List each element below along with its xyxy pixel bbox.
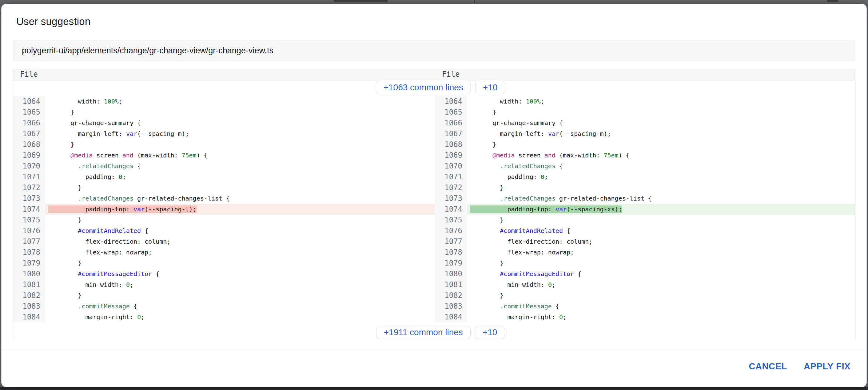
diff-row: 1069 @media screen and (max-width: 75em)…: [13, 150, 855, 161]
line-number-left[interactable]: 1080: [13, 269, 45, 279]
line-number-right[interactable]: 1072: [435, 183, 467, 193]
code-line: .commitMessage {: [45, 301, 435, 312]
line-number-right[interactable]: 1068: [435, 139, 467, 150]
line-number-right[interactable]: 1066: [435, 118, 467, 129]
line-number-right[interactable]: 1079: [435, 258, 467, 269]
diff-row: 1076 #commitAndRelated {1076 #commitAndR…: [13, 225, 855, 236]
line-number-left[interactable]: 1076: [13, 225, 45, 236]
code-line: min-width: 0;: [467, 279, 855, 290]
line-number-right[interactable]: 1070: [435, 161, 467, 172]
cancel-button[interactable]: CANCEL: [747, 358, 788, 374]
line-number-left[interactable]: 1081: [13, 279, 45, 290]
code-line: .commitMessage {: [467, 301, 855, 312]
code-line: #commitMessageEditor {: [45, 269, 435, 279]
line-number-left[interactable]: 1078: [13, 247, 45, 258]
expand-plus10-button-bottom[interactable]: +10: [475, 326, 505, 339]
line-number-left[interactable]: 1082: [13, 290, 45, 301]
diff-row: 1077 flex-direction: column;1077 flex-di…: [13, 236, 855, 247]
line-number-right[interactable]: 1073: [435, 193, 467, 204]
code-line: gr-change-summary {: [467, 118, 855, 129]
code-line: }: [45, 139, 435, 150]
diff-header-file-left: File: [20, 70, 38, 79]
code-line: margin-left: var(--spacing-m);: [45, 129, 435, 139]
line-number-left[interactable]: 1069: [13, 150, 45, 161]
line-number-left[interactable]: 1084: [13, 312, 45, 323]
code-line: gr-change-summary {: [45, 118, 435, 129]
code-line: }: [45, 290, 435, 301]
diff-row: 1073 .relatedChanges gr-related-changes-…: [13, 193, 855, 204]
diff-row: 1083 .commitMessage {1083 .commitMessage…: [13, 301, 855, 312]
line-number-left[interactable]: 1071: [13, 172, 45, 183]
line-number-right[interactable]: 1075: [435, 215, 467, 225]
added-code-line: padding-top: var(--spacing-xs);: [467, 204, 855, 215]
line-number-right[interactable]: 1082: [435, 290, 467, 301]
code-line: margin-right: 0;: [467, 312, 855, 323]
diff-rows: 1064 width: 100%;1064 width: 100%;1065 }…: [13, 96, 855, 323]
code-line: }: [467, 258, 855, 269]
line-number-left[interactable]: 1073: [13, 193, 45, 204]
expand-plus10-button-top[interactable]: +10: [475, 81, 505, 94]
line-number-left[interactable]: 1083: [13, 301, 45, 312]
code-line: }: [467, 215, 855, 225]
line-number-right[interactable]: 1081: [435, 279, 467, 290]
code-line: }: [45, 215, 435, 225]
code-line: }: [467, 107, 855, 118]
diff-row: 1065 }1065 }: [13, 107, 855, 118]
file-path: polygerrit-ui/app/elements/change/gr-cha…: [22, 46, 274, 55]
code-line: flex-direction: column;: [467, 236, 855, 247]
code-line: }: [45, 258, 435, 269]
code-line: min-width: 0;: [45, 279, 435, 290]
diff-row: 1071 padding: 0;1071 padding: 0;: [13, 172, 855, 183]
expand-row-top: +1063 common lines +10: [13, 80, 855, 96]
expand-common-lines-button-top[interactable]: +1063 common lines: [376, 81, 471, 94]
line-number-left[interactable]: 1077: [13, 236, 45, 247]
line-number-left[interactable]: 1068: [13, 139, 45, 150]
diff-row: 1080 #commitMessageEditor {1080 #commitM…: [13, 269, 855, 279]
line-number-right[interactable]: 1080: [435, 269, 467, 279]
line-number-left[interactable]: 1074: [13, 204, 45, 215]
expand-common-lines-button-bottom[interactable]: +1911 common lines: [376, 326, 471, 339]
apply-fix-button[interactable]: APPLY FIX: [803, 358, 852, 374]
line-number-left[interactable]: 1064: [13, 96, 45, 107]
line-number-right[interactable]: 1077: [435, 236, 467, 247]
diff-row: 1067 margin-left: var(--spacing-m);1067 …: [13, 129, 855, 139]
line-number-right[interactable]: 1078: [435, 247, 467, 258]
code-line: .relatedChanges gr-related-changes-list …: [467, 193, 855, 204]
line-number-right[interactable]: 1074: [435, 204, 467, 215]
code-line: #commitAndRelated {: [45, 225, 435, 236]
code-line: margin-right: 0;: [45, 312, 435, 323]
removed-code-line: padding-top: var(--spacing-l);: [45, 204, 435, 215]
diff-row: 1081 min-width: 0;1081 min-width: 0;: [13, 279, 855, 290]
line-number-left[interactable]: 1072: [13, 183, 45, 193]
code-line: }: [45, 183, 435, 193]
line-number-left[interactable]: 1075: [13, 215, 45, 225]
line-number-right[interactable]: 1069: [435, 150, 467, 161]
code-line: @media screen and (max-width: 75em) {: [467, 150, 855, 161]
line-number-right[interactable]: 1076: [435, 225, 467, 236]
line-number-left[interactable]: 1065: [13, 107, 45, 118]
code-line: padding: 0;: [45, 172, 435, 183]
code-line: }: [45, 107, 435, 118]
code-line: .relatedChanges {: [467, 161, 855, 172]
file-path-bar: polygerrit-ui/app/elements/change/gr-cha…: [12, 40, 856, 61]
line-number-left[interactable]: 1066: [13, 118, 45, 129]
line-number-right[interactable]: 1065: [435, 107, 467, 118]
background-page-strip: [0, 387, 868, 390]
line-number-left[interactable]: 1070: [13, 161, 45, 172]
user-suggestion-dialog: User suggestion polygerrit-ui/app/elemen…: [1, 4, 867, 387]
line-number-right[interactable]: 1067: [435, 129, 467, 139]
line-number-left[interactable]: 1067: [13, 129, 45, 139]
code-line: flex-direction: column;: [45, 236, 435, 247]
line-number-left[interactable]: 1079: [13, 258, 45, 269]
line-number-right[interactable]: 1083: [435, 301, 467, 312]
line-number-right[interactable]: 1071: [435, 172, 467, 183]
code-line: width: 100%;: [467, 96, 855, 107]
line-number-right[interactable]: 1084: [435, 312, 467, 323]
code-line: padding: 0;: [467, 172, 855, 183]
line-number-right[interactable]: 1064: [435, 96, 467, 107]
code-line: }: [467, 290, 855, 301]
background-page-remnant: [334, 0, 388, 2]
code-line: flex-wrap: nowrap;: [45, 247, 435, 258]
diff-header-row: File File: [13, 69, 855, 80]
code-line: width: 100%;: [45, 96, 435, 107]
